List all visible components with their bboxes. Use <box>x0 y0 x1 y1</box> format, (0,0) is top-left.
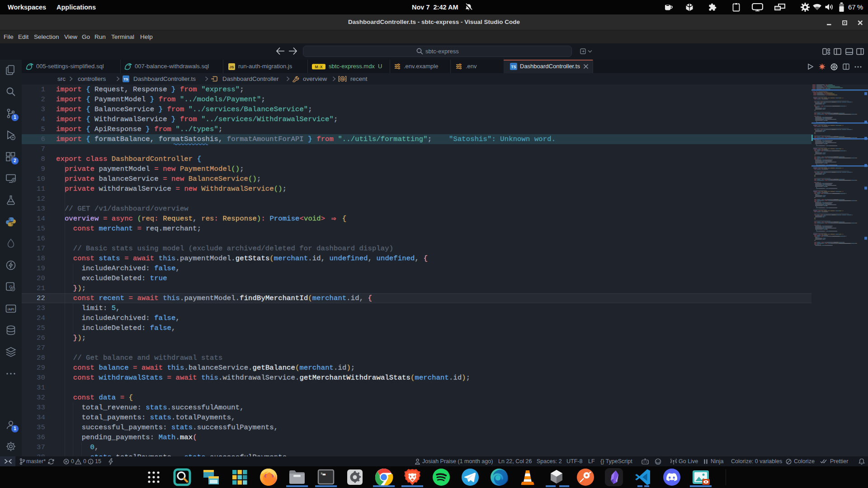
svg-text:s▃: s▃ <box>321 471 326 475</box>
svg-text:M↓X: M↓X <box>315 65 323 69</box>
svg-text:JS: JS <box>230 65 234 69</box>
svg-text:TS: TS <box>123 77 128 81</box>
svg-text:TS: TS <box>511 65 516 69</box>
svg-text:/API: /API <box>8 307 14 311</box>
